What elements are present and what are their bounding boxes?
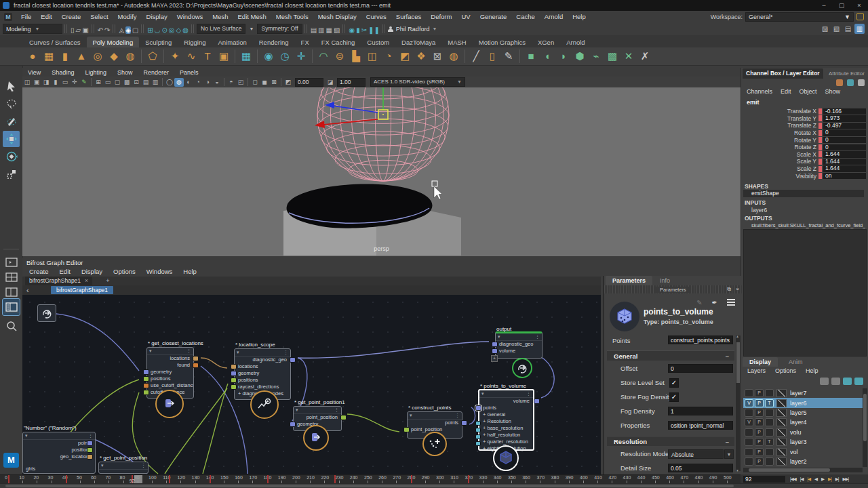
layer-toggle-t[interactable] — [765, 428, 774, 436]
go-to-end-button[interactable]: ▶▶| — [840, 476, 850, 482]
bifrost-menu-windows[interactable]: Windows — [141, 268, 178, 275]
bifrost-menu-create[interactable]: Create — [24, 268, 54, 275]
lock-workspace-icon[interactable] — [856, 13, 864, 20]
node-options-icon[interactable]: ⋮ — [455, 412, 460, 419]
safe-action-icon[interactable]: ▤ — [141, 78, 151, 87]
menu-edit[interactable]: Edit — [36, 13, 56, 20]
calculator-icon[interactable]: ▦ — [238, 48, 254, 64]
node-port[interactable] — [340, 415, 347, 420]
step-forward-frame-button[interactable]: ▶| — [833, 476, 841, 482]
viewport-menu-show[interactable]: Show — [112, 69, 138, 76]
viewport-menu-shading[interactable]: Shading — [46, 69, 79, 76]
node-port[interactable] — [231, 364, 237, 369]
isolate-select-icon[interactable]: ◰ — [236, 78, 245, 87]
add-tab-button[interactable]: + — [102, 277, 113, 285]
layer-row-layer4[interactable]: VPlayer4 — [743, 418, 863, 427]
shelf-tab-fx[interactable]: FX — [295, 37, 315, 47]
output-node-row[interactable]: skull:fibers_skull:SKULL_fractal_and_fcu… — [751, 222, 865, 228]
graph-node-get-point-position[interactable]: * get_point_position▾⋮ — [98, 462, 149, 474]
hypershade-icon[interactable]: ✂ — [361, 26, 367, 34]
channel-row-translate-x[interactable]: Translate X-0.166 — [741, 108, 866, 115]
layer-toggle-p[interactable]: P — [755, 389, 764, 397]
node-port[interactable] — [193, 363, 199, 368]
menu-help[interactable]: Help — [568, 13, 591, 20]
node-section-half-resolution[interactable]: + half_resolution — [479, 432, 533, 439]
channel-value[interactable]: 1.644 — [823, 151, 866, 158]
poly-plane-icon[interactable]: ◆ — [106, 48, 122, 64]
render-settings-icon[interactable]: ▧ — [334, 26, 340, 34]
shelf-tab-rigging[interactable]: Rigging — [178, 37, 212, 47]
shelf-tab-fx-caching[interactable]: FX Caching — [315, 37, 361, 47]
breadcrumb-back-icon[interactable]: ‹ — [26, 285, 29, 295]
collapse-section-icon[interactable]: – — [726, 436, 729, 447]
select-hierarchy-icon[interactable]: ◬ — [119, 26, 124, 34]
layer-toggle-t[interactable] — [765, 389, 774, 397]
svg-tool-icon[interactable]: ▣ — [216, 48, 232, 64]
node-port[interactable] — [461, 420, 467, 426]
channel-value[interactable]: 1.644 — [823, 165, 866, 172]
tab-display-layers[interactable]: Display — [743, 357, 778, 367]
poly-cube-icon[interactable]: ▦ — [41, 48, 57, 64]
layer-color-swatch[interactable] — [776, 399, 787, 407]
node-badge-get-closest-locations-icon[interactable] — [155, 390, 184, 418]
node-collapse-icon[interactable]: ▾ — [498, 333, 500, 340]
safe-title-icon[interactable]: ▥ — [151, 78, 160, 87]
menu-arnold[interactable]: Arnold — [540, 13, 568, 20]
channel-row-scale-y[interactable]: Scale Y1.644 — [741, 158, 866, 165]
shelf-tab-curves-surfaces[interactable]: Curves / Surfaces — [23, 37, 87, 47]
poly-torus-icon[interactable]: ◎ — [90, 48, 106, 64]
menu-modify[interactable]: Modify — [113, 13, 142, 20]
go-to-start-button[interactable]: |◀◀ — [788, 476, 798, 482]
node-badge-points-to-volume-icon[interactable] — [493, 445, 519, 471]
remesh-icon[interactable]: ◍ — [446, 48, 462, 64]
create-curve-icon[interactable]: ╱ — [468, 48, 484, 64]
node-badge-output-icon[interactable] — [512, 358, 532, 378]
node-collapse-icon[interactable]: ▾ — [296, 407, 298, 413]
make-live-icon[interactable]: ◍ — [182, 26, 189, 34]
shelf-tab-custom[interactable]: Custom — [361, 37, 395, 47]
quad-fill-icon[interactable]: ■ — [523, 48, 539, 64]
workspace-select[interactable]: General*▼ — [745, 12, 854, 22]
shelf-tab-xgen[interactable]: XGen — [532, 37, 560, 47]
channel-value[interactable]: 1.644 — [823, 159, 866, 165]
shelf-tab-daztomaya[interactable]: DazToMaya — [395, 37, 441, 47]
channel-box-menu-channels[interactable]: Channels — [743, 88, 776, 95]
layer-toggle-t[interactable] — [765, 448, 774, 456]
tab-channel-box[interactable]: Channel Box / Layer Editor — [743, 68, 823, 79]
snap-time-icon[interactable]: ◷ — [277, 48, 293, 64]
pause-icon[interactable]: ❚❚ — [368, 26, 380, 34]
node-port[interactable] — [534, 399, 540, 404]
section-general[interactable]: General– — [607, 350, 734, 361]
two-pane-layout-icon[interactable] — [3, 284, 20, 300]
hamburger-menu-icon[interactable] — [727, 298, 735, 307]
menu-uv[interactable]: UV — [456, 13, 475, 20]
layer-toggle-p[interactable]: P — [755, 458, 764, 466]
empty-layer-icon[interactable] — [843, 378, 852, 385]
layer-toggle-v[interactable] — [745, 438, 753, 446]
shelf-tab-poly-modeling[interactable]: Poly Modeling — [87, 37, 140, 47]
layer-toggle-v[interactable] — [745, 448, 753, 456]
lock-camera-icon[interactable]: ▣ — [32, 78, 41, 87]
layer-toggle-p[interactable]: P — [755, 438, 764, 446]
parameters-scrollbar[interactable]: ▲▼ — [736, 336, 741, 471]
param-field-detail-size[interactable]: 0.05 — [668, 464, 733, 472]
close-button[interactable]: × — [850, 0, 868, 11]
node-section-quarter-resolution[interactable]: + quarter_resolution — [479, 439, 533, 445]
channel-row-translate-z[interactable]: Translate Z-0.497 — [741, 122, 866, 129]
gamma-field[interactable]: 1.00 — [337, 78, 366, 87]
field-chart-icon[interactable]: ⊡ — [132, 78, 141, 87]
node-port[interactable] — [143, 376, 149, 382]
curve-tube-icon[interactable]: ⌁ — [588, 48, 604, 64]
poly-disc-icon[interactable]: ◍ — [122, 48, 138, 64]
node-section-general[interactable]: + General — [479, 411, 533, 418]
layer-color-swatch[interactable] — [776, 458, 787, 466]
layer-toggle-t[interactable] — [765, 458, 774, 466]
exposure-field[interactable]: 0.00 — [295, 78, 323, 87]
menu-surfaces[interactable]: Surfaces — [391, 13, 427, 20]
input-node-row[interactable]: layer6 — [751, 207, 767, 214]
move-layer-up-icon[interactable] — [820, 378, 829, 385]
new-scene-icon[interactable]: ▯ — [71, 26, 75, 34]
time-slider[interactable]: 0102030405060708090100110120130140150160… — [0, 474, 741, 484]
graph-node-random-node[interactable]: "Number" ("Random")▾⋮pointspositionsgeo_… — [22, 432, 96, 474]
maximize-button[interactable]: ▢ — [833, 0, 850, 11]
